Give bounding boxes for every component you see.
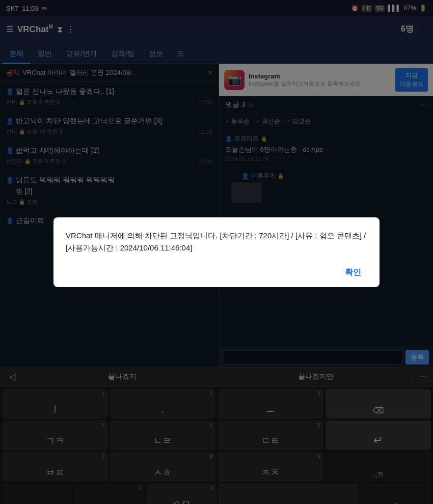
modal-footer: 확인 (66, 264, 367, 281)
modal-message: VRChat 매니저에 의해 차단된 고정닉입니다. [차단기간 : 720시간… (66, 230, 367, 254)
modal-overlay: VRChat 매니저에 의해 차단된 고정닉입니다. [차단기간 : 720시간… (0, 0, 433, 504)
modal-confirm-button[interactable]: 확인 (339, 264, 367, 281)
modal-dialog: VRChat 매니저에 의해 차단된 고정닉입니다. [차단기간 : 720시간… (53, 217, 380, 287)
